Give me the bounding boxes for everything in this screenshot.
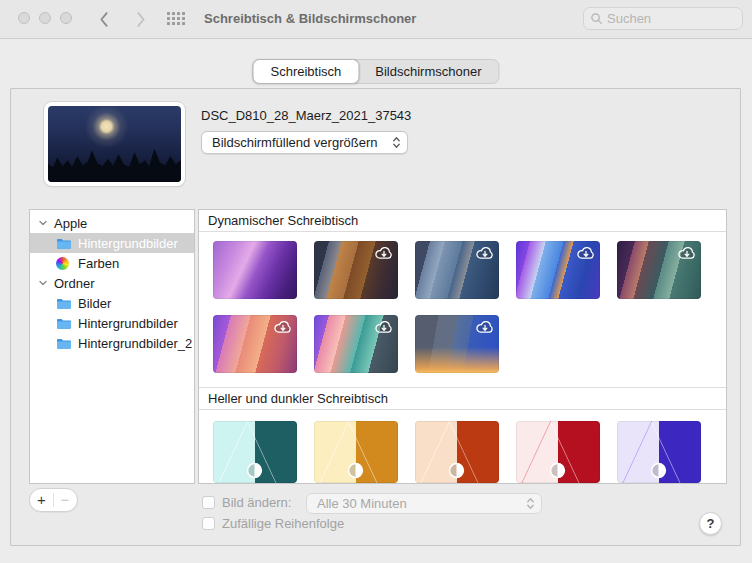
- desktop-tab-pane: DSC_D810_28_Maerz_2021_37543 Bildschirmf…: [10, 88, 741, 546]
- light-dark-toggle-icon: [650, 462, 667, 479]
- wallpaper-thumbnail-desert[interactable]: [213, 315, 297, 373]
- interval-dropdown[interactable]: Alle 30 Minuten: [306, 493, 542, 514]
- add-folder-button[interactable]: +: [30, 490, 53, 510]
- light-dark-toggle-icon: [347, 462, 364, 479]
- close-window-button[interactable]: [18, 12, 30, 24]
- back-button[interactable]: [92, 8, 114, 30]
- wallpaper-thumbnail-hello-orange-red[interactable]: [415, 421, 499, 483]
- wallpaper-thumbnail-peninsula[interactable]: [617, 241, 701, 299]
- sidebar-item-hintergrundbilder-2[interactable]: Hintergrundbilder_2: [30, 333, 194, 353]
- search-icon: [590, 12, 603, 25]
- wallpaper-thumbnail-big-sur-graphic[interactable]: [516, 241, 600, 299]
- chevron-left-icon: [98, 11, 109, 28]
- tree-silhouette: [48, 142, 181, 182]
- thumbnail-row: [199, 241, 726, 299]
- wallpaper-gallery: Dynamischer SchreibtischHeller und dunkl…: [198, 209, 727, 484]
- remove-folder-button[interactable]: −: [54, 490, 76, 510]
- gallery-section-dynamischer-schreibtisch: Dynamischer Schreibtisch: [199, 210, 726, 373]
- thumbnail-row: [199, 421, 726, 483]
- add-remove-control: + −: [29, 488, 78, 512]
- current-wallpaper-preview: [44, 102, 185, 186]
- sidebar-group-apple[interactable]: Apple: [30, 213, 194, 233]
- wallpaper-thumbnail-solar-gradients[interactable]: [415, 315, 499, 373]
- folder-icon: [56, 297, 72, 310]
- folder-icon: [56, 236, 72, 250]
- show-all-preferences-button[interactable]: [167, 12, 185, 25]
- sidebar-item-label: Hintergrundbilder_2: [78, 336, 192, 351]
- folder-icon: [56, 316, 72, 330]
- disclosure-chevron-icon[interactable]: [38, 218, 48, 228]
- titlebar: Schreibtisch & Bildschirmschoner Suchen: [0, 0, 752, 39]
- forward-button[interactable]: [130, 8, 152, 30]
- help-button[interactable]: ?: [699, 512, 722, 535]
- sidebar-item-hintergrundbilder[interactable]: Hintergrundbilder: [30, 313, 194, 333]
- cloud-download-icon: [373, 317, 395, 336]
- wallpaper-thumbnail-beach[interactable]: [314, 315, 398, 373]
- sidebar-item-label: Bilder: [78, 296, 111, 311]
- sidebar-item-bilder[interactable]: Bilder: [30, 293, 194, 313]
- sidebar-item-label: Hintergrundbilder: [78, 236, 178, 251]
- cloud-download-icon: [575, 243, 597, 262]
- wallpaper-filename: DSC_D810_28_Maerz_2021_37543: [201, 108, 411, 123]
- wallpaper-thumbnail-monterey[interactable]: [213, 241, 297, 299]
- search-placeholder: Suchen: [607, 11, 651, 26]
- sidebar-item-label: Farben: [78, 256, 119, 271]
- light-dark-toggle-icon: [448, 462, 465, 479]
- fill-mode-dropdown[interactable]: Bildschirmfüllend vergrößern: [201, 131, 408, 154]
- cloud-download-icon: [373, 243, 395, 262]
- chevron-right-icon: [136, 11, 147, 28]
- sidebar-item-hintergrundbilder[interactable]: Hintergrundbilder: [30, 233, 194, 253]
- change-picture-checkbox[interactable]: [202, 496, 215, 509]
- folder-icon: [56, 317, 72, 330]
- sidebar-item-label: Hintergrundbilder: [78, 316, 178, 331]
- folder-icon: [56, 336, 72, 350]
- updown-chevron-icon: [392, 135, 401, 150]
- moon-night-photo: [48, 106, 181, 182]
- section-header: Heller und dunkler Schreibtisch: [199, 387, 726, 410]
- cloud-download-icon: [676, 243, 698, 262]
- sidebar-item-label: Apple: [54, 216, 87, 231]
- tab-bildschirmschoner[interactable]: Bildschirmschoner: [358, 60, 498, 83]
- folder-icon: [56, 237, 72, 250]
- cloud-download-icon: [474, 317, 496, 336]
- wallpaper-thumbnail-catalina[interactable]: [415, 241, 499, 299]
- wallpaper-thumbnail-hello-pink-red[interactable]: [516, 421, 600, 483]
- cloud-download-icon: [272, 317, 294, 336]
- change-picture-label: Bild ändern:: [222, 495, 291, 510]
- wallpaper-thumbnail-big-sur-cliffs[interactable]: [314, 241, 398, 299]
- tab-bar: Schreibtisch Bildschirmschoner: [252, 59, 499, 84]
- random-order-checkbox[interactable]: [202, 517, 215, 530]
- light-dark-toggle-icon: [246, 462, 263, 479]
- wallpaper-thumbnail-hello-teal[interactable]: [213, 421, 297, 483]
- thumbnail-row: [199, 315, 726, 373]
- folder-icon: [56, 296, 72, 310]
- gallery-section-heller-und-dunkler-schreibtisch: Heller und dunkler Schreibtisch: [199, 387, 726, 483]
- sidebar-item-label: Ordner: [54, 276, 94, 291]
- tab-schreibtisch[interactable]: Schreibtisch: [252, 59, 359, 84]
- fill-mode-value: Bildschirmfüllend vergrößern: [212, 135, 377, 150]
- sidebar-item-farben[interactable]: Farben: [30, 253, 194, 273]
- disclosure-chevron-icon[interactable]: [38, 278, 48, 288]
- wallpaper-thumbnail-hello-yellow[interactable]: [314, 421, 398, 483]
- updown-chevron-icon: [526, 496, 535, 511]
- color-wheel-icon: [56, 256, 72, 270]
- minimize-window-button[interactable]: [39, 12, 51, 24]
- random-order-label: Zufällige Reihenfolge: [222, 516, 344, 531]
- search-input[interactable]: Suchen: [583, 7, 743, 30]
- section-header: Dynamischer Schreibtisch: [199, 210, 726, 232]
- light-dark-toggle-icon: [549, 462, 566, 479]
- sidebar-list: AppleHintergrundbilderFarbenOrdnerBilder…: [29, 209, 195, 484]
- interval-value: Alle 30 Minuten: [317, 496, 407, 511]
- cloud-download-icon: [474, 243, 496, 262]
- wallpaper-thumbnail-hello-purple[interactable]: [617, 421, 701, 483]
- window-title: Schreibtisch & Bildschirmschoner: [204, 11, 416, 26]
- folder-icon: [56, 337, 72, 350]
- preferences-window: Schreibtisch & Bildschirmschoner Suchen …: [0, 0, 752, 563]
- sidebar-group-ordner[interactable]: Ordner: [30, 273, 194, 293]
- zoom-window-button[interactable]: [60, 12, 72, 24]
